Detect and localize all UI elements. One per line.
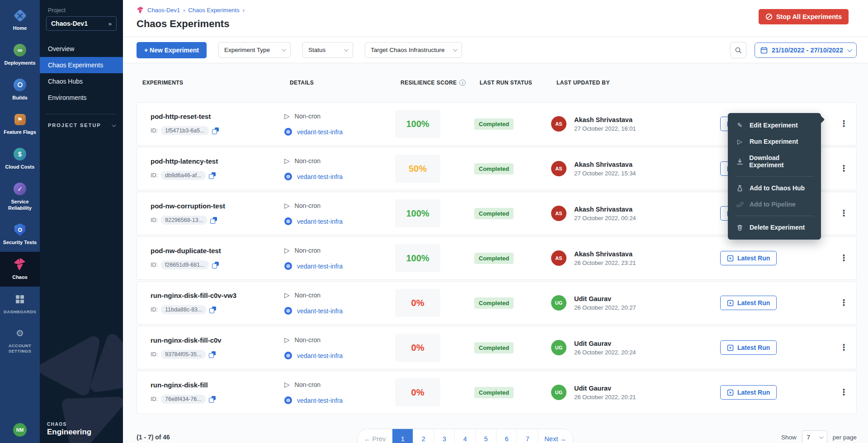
copy-icon[interactable] <box>212 262 219 269</box>
infrastructure-link[interactable]: vedant-test-infra <box>297 307 343 315</box>
avatar: AS <box>551 206 566 221</box>
global-nav-item-cloud-costs[interactable]: $Cloud Costs <box>0 141 40 176</box>
date-range-picker[interactable]: 21/10/2022 - 27/10/2022 <box>755 42 857 58</box>
resilience-score: 50% <box>395 155 440 183</box>
copy-icon[interactable] <box>209 306 216 313</box>
pagination-page-7[interactable]: 7 <box>517 429 538 443</box>
table-row[interactable]: run-nginx-disk-fill-c0v-vw3ID:11bda88c-8… <box>137 281 857 325</box>
sidebar-item-environments[interactable]: Environments <box>40 90 123 106</box>
experiment-name[interactable]: run-nginx-disk-fill-c0v-vw3 <box>151 292 284 299</box>
menu-item-download-experiment[interactable]: Download Experiment <box>728 150 821 173</box>
global-nav-item-dashboards[interactable]: DASHBOARDS <box>0 287 40 320</box>
kebab-menu-icon[interactable]: ⋮ <box>836 387 852 397</box>
global-nav-label: Deployments <box>4 60 35 66</box>
global-nav-item-account-settings[interactable]: ⚙ACCOUNT SETTINGS <box>0 320 40 360</box>
experiment-id: 11bda88c-83... <box>161 305 206 314</box>
copy-icon[interactable] <box>209 396 216 403</box>
sidebar-item-chaos-hubs[interactable]: Chaos Hubs <box>40 73 123 90</box>
experiment-name[interactable]: pod-http-latency-test <box>151 157 284 165</box>
table-row[interactable]: run-nginx-disk-fillID:76e8f434-76...▷Non… <box>137 371 857 414</box>
global-nav-label: Feature Flags <box>4 129 36 136</box>
kebab-menu-icon[interactable]: ⋮ <box>836 163 852 174</box>
global-nav-item-security-tests[interactable]: Security Tests <box>0 217 40 252</box>
menu-item-edit-experiment[interactable]: ✎Edit Experiment <box>728 117 821 133</box>
global-nav-item-chaos[interactable]: Chaos <box>0 252 40 287</box>
copy-icon[interactable] <box>209 351 216 358</box>
infrastructure-link[interactable]: vedant-test-infra <box>297 352 343 359</box>
kubernetes-icon: ☸ <box>284 396 292 404</box>
menu-item-delete-experiment[interactable]: Delete Experiment <box>728 219 821 236</box>
table-row[interactable]: pod-nw-duplicate-testID:f26651d9-681...▷… <box>137 236 857 280</box>
copy-icon[interactable] <box>209 172 216 179</box>
cloud-costs-icon: $ <box>13 147 27 161</box>
resilience-score: 0% <box>395 378 440 406</box>
stop-all-experiments-button[interactable]: Stop All Experiments <box>759 9 849 24</box>
menu-item-add-to-chaos-hub[interactable]: Add to Chaos Hub <box>728 180 821 196</box>
filter-target-chaos-infrastructure[interactable]: Target Chaos Infrastructure <box>365 42 462 58</box>
breadcrumb-page-link[interactable]: Chaos Experiments <box>188 7 239 14</box>
expand-project-icon[interactable]: » <box>108 20 112 27</box>
experiment-name[interactable]: pod-nw-duplicate-test <box>151 247 284 254</box>
global-nav-item-builds[interactable]: Builds <box>0 72 40 107</box>
kebab-menu-icon[interactable]: ⋮ <box>836 208 852 218</box>
search-button[interactable] <box>730 42 746 58</box>
pagination-page-5[interactable]: 5 <box>476 429 496 443</box>
run-history-icon <box>727 344 734 351</box>
pagination-page-2[interactable]: 2 <box>413 429 434 443</box>
copy-icon[interactable] <box>210 217 217 224</box>
menu-item-label: Add to Chaos Hub <box>750 184 805 192</box>
table-row[interactable]: run-nginx-disk-fill-c0vID:93784f05-35...… <box>137 326 857 369</box>
latest-run-button[interactable]: Latest Run <box>720 340 777 355</box>
infrastructure-link[interactable]: vedant-test-infra <box>297 397 343 404</box>
menu-divider <box>735 176 814 177</box>
info-icon[interactable]: i <box>459 80 466 86</box>
latest-run-button[interactable]: Latest Run <box>720 385 777 400</box>
kebab-menu-icon[interactable]: ⋮ <box>836 297 852 308</box>
avatar: UG <box>551 340 566 355</box>
project-setup-toggle[interactable]: PROJECT SETUP <box>40 121 123 130</box>
chaos-module-icon <box>137 6 144 14</box>
pagination-page-6[interactable]: 6 <box>496 429 517 443</box>
edit-icon: ✎ <box>736 122 744 129</box>
user-avatar[interactable]: NM <box>13 423 27 437</box>
kebab-menu-icon[interactable]: ⋮ <box>836 342 852 353</box>
breadcrumb-project-link[interactable]: Chaos-Dev1 <box>147 7 180 14</box>
global-nav-item-deployments[interactable]: ∞Deployments <box>0 38 40 72</box>
project-selector[interactable]: Chaos-Dev1 » <box>46 16 117 31</box>
updated-by-name: Akash Shrivastava <box>574 206 636 213</box>
table-header: EXPERIMENTS DETAILS RESILIENCE SCOREi LA… <box>137 63 857 102</box>
experiment-name[interactable]: run-nginx-disk-fill-c0v <box>151 336 284 344</box>
latest-run-button[interactable]: Latest Run <box>720 296 777 310</box>
pagination-next[interactable]: Next → <box>538 429 572 443</box>
feature-flags-icon: ⚑ <box>13 113 27 126</box>
latest-run-button[interactable]: Latest Run <box>720 251 777 265</box>
global-nav-label: DASHBOARDS <box>4 309 36 315</box>
new-experiment-button[interactable]: + New Experiment <box>137 42 207 58</box>
global-nav-item-feature-flags[interactable]: ⚑Feature Flags <box>0 107 40 141</box>
sidebar-item-overview[interactable]: Overview <box>40 41 123 57</box>
sidebar-item-chaos-experiments[interactable]: Chaos Experiments <box>40 57 123 73</box>
filter-experiment-type[interactable]: Experiment Type <box>218 42 291 58</box>
kebab-menu-icon[interactable]: ⋮ <box>836 118 852 129</box>
id-label: ID: <box>151 262 158 268</box>
status-badge: Completed <box>474 163 514 174</box>
kubernetes-icon: ☸ <box>284 217 292 225</box>
infrastructure-link[interactable]: vedant-test-infra <box>297 263 343 270</box>
global-nav-item-home[interactable]: Home <box>0 3 40 38</box>
experiment-name[interactable]: pod-http-reset-test <box>151 113 284 120</box>
pagination-page-4[interactable]: 4 <box>455 429 476 443</box>
infrastructure-link[interactable]: vedant-test-infra <box>297 218 343 225</box>
page-size-select[interactable]: 7 <box>802 430 827 443</box>
global-nav-item-service-reliability[interactable]: ✓Service Reliability <box>0 176 40 217</box>
kebab-menu-icon[interactable]: ⋮ <box>836 253 852 263</box>
filter-status[interactable]: Status <box>302 42 353 58</box>
experiment-name[interactable]: run-nginx-disk-fill <box>151 381 284 389</box>
status-badge: Completed <box>474 118 514 130</box>
copy-icon[interactable] <box>212 127 219 134</box>
infrastructure-link[interactable]: vedant-test-infra <box>297 173 343 180</box>
infrastructure-link[interactable]: vedant-test-infra <box>297 128 343 136</box>
pagination-page-1[interactable]: 1 <box>392 429 413 443</box>
experiment-name[interactable]: pod-nw-corruption-test <box>151 202 284 210</box>
menu-item-run-experiment[interactable]: ▷Run Experiment <box>728 133 821 150</box>
pagination-page-3[interactable]: 3 <box>434 429 455 443</box>
